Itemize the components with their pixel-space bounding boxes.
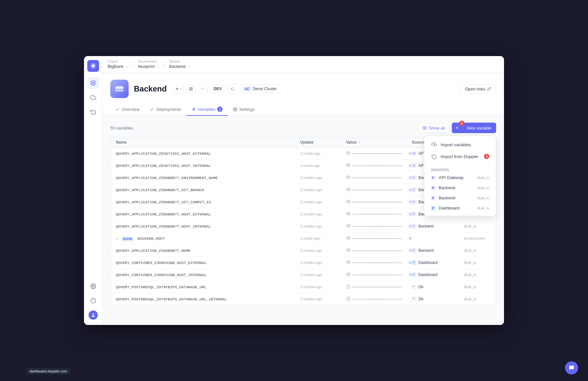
variables-area: 55 variables Show all (102, 116, 504, 312)
copy-icon[interactable]: ⧉ (409, 163, 412, 168)
eye-icon[interactable] (346, 272, 350, 277)
menu-api-gateway[interactable]: API Gateway Built_in (427, 172, 493, 183)
menu-section-label: SERVICES (427, 167, 493, 172)
table-row: QOVERY_APPLICATION_Z5D6B0B77_NAME 2 mont… (111, 245, 496, 257)
svg-rect-30 (433, 187, 434, 188)
sidebar-item-layers[interactable] (87, 77, 99, 89)
copy-icon[interactable]: ⧉ (409, 236, 412, 241)
tab-settings[interactable]: Settings (228, 104, 260, 116)
menu-backend[interactable]: Backend Built_in (427, 183, 493, 193)
backend-dot-2 (431, 196, 435, 200)
play-button[interactable] (175, 84, 184, 93)
svg-rect-35 (432, 207, 433, 208)
table-row: QOVERY_POSTGRESQL_Z976FB2F8_DATABASE_URL… (111, 281, 496, 293)
svg-rect-34 (432, 198, 433, 199)
source-dot (412, 224, 416, 229)
copy-icon[interactable]: ⧉ (409, 188, 412, 192)
tab-deployments[interactable]: Deployments (145, 104, 186, 116)
svg-point-8 (92, 313, 94, 315)
refresh-button[interactable] (228, 84, 237, 93)
alias-badge: ALIAS (121, 237, 134, 241)
eye-icon[interactable] (346, 187, 350, 192)
svg-rect-10 (115, 90, 124, 91)
eye-icon[interactable] (346, 211, 350, 217)
chat-widget[interactable] (565, 361, 578, 374)
eye-icon[interactable] (346, 163, 350, 168)
service-icon (110, 80, 129, 98)
copy-icon[interactable]: ⧉ (409, 175, 412, 180)
svg-rect-52 (413, 250, 414, 251)
source-dot (412, 272, 416, 277)
svg-marker-3 (91, 81, 95, 83)
open-links-button[interactable]: Open links (460, 84, 496, 94)
sidebar-item-settings[interactable] (87, 280, 99, 292)
env-tag-button[interactable]: DEV (210, 85, 225, 93)
grid-button[interactable] (186, 84, 196, 93)
source-dot (412, 175, 416, 180)
import-doppler-item[interactable]: Import from Doppler 3 (427, 150, 493, 162)
show-all-button[interactable]: Show all (418, 123, 449, 133)
copy-icon[interactable]: ⧉ (409, 224, 412, 229)
menu-divider (427, 164, 493, 165)
toolbar-right: Show all 2 New variable (418, 123, 496, 133)
dashboard-dot (431, 206, 435, 211)
table-row: QOVERY_APPLICATION_Z5D6B0B77_HOST_INTERN… (111, 220, 496, 232)
eye-icon[interactable] (346, 199, 350, 205)
sidebar-item-history[interactable] (87, 106, 99, 118)
menu-backend-2[interactable]: Backend Built_in (427, 193, 493, 203)
svg-rect-45 (413, 201, 414, 202)
source-dot (412, 212, 416, 216)
more-actions-button[interactable]: 2 (452, 123, 462, 133)
breadcrumb-service[interactable]: Service Backend (169, 60, 191, 69)
dropdown-menu: Import variables Import from Doppler (424, 136, 496, 216)
eye-icon[interactable] (346, 224, 350, 229)
service-header: Backend ⋯ DEV (102, 73, 504, 116)
eye-icon[interactable] (346, 175, 350, 180)
svg-rect-57 (347, 286, 350, 288)
copy-icon[interactable]: ⧉ (409, 248, 412, 253)
breadcrumb-project[interactable]: Project BigBank (108, 60, 129, 69)
sidebar-item-info[interactable] (87, 295, 99, 307)
eye-icon[interactable] (346, 248, 350, 253)
svg-rect-29 (432, 187, 433, 188)
svg-marker-12 (177, 88, 178, 90)
svg-rect-37 (432, 208, 433, 209)
breadcrumb-environment[interactable]: Environment blueprint (138, 60, 160, 69)
eye-icon[interactable] (346, 151, 350, 156)
menu-dashboard[interactable]: Dashboard Built_in (427, 203, 493, 213)
eye-icon[interactable] (346, 236, 350, 241)
content-area: 55 variables Show all (102, 116, 504, 325)
copy-icon[interactable]: ⧉ (409, 151, 412, 156)
breadcrumb-sep-2: / (164, 62, 165, 68)
sidebar-item-user[interactable] (87, 309, 99, 321)
sidebar-item-cloud[interactable] (87, 91, 99, 103)
svg-rect-49 (413, 225, 414, 226)
copy-icon[interactable]: ⧉ (409, 272, 412, 277)
tab-variables[interactable]: Variables 1 (186, 103, 228, 116)
svg-point-44 (348, 201, 349, 202)
cluster-label: Demo Cluster (253, 87, 277, 91)
cluster-button[interactable]: AC Demo Cluster (240, 85, 281, 93)
svg-rect-14 (191, 88, 193, 89)
tab-overview[interactable]: Overview (110, 104, 145, 116)
svg-point-2 (92, 65, 94, 67)
eye-icon[interactable] (346, 260, 350, 265)
table-row: QOVERY_POSTGRESQL_Z976FB2F8_DATABASE_URL… (111, 293, 496, 305)
svg-rect-58 (413, 286, 414, 287)
svg-rect-15 (190, 89, 191, 90)
more-options-button[interactable]: ⋯ (198, 84, 207, 93)
svg-rect-16 (191, 89, 193, 90)
svg-rect-56 (413, 274, 414, 275)
copy-icon[interactable]: ⧉ (409, 212, 412, 216)
variables-count: 55 variables (110, 126, 133, 130)
svg-point-38 (348, 152, 349, 153)
app-logo[interactable] (87, 60, 99, 72)
new-variable-button[interactable]: New variable (462, 123, 496, 133)
lock-icon (346, 284, 350, 290)
svg-point-53 (348, 262, 349, 263)
copy-icon[interactable]: ⧉ (409, 260, 412, 265)
copy-icon[interactable]: ⧉ (409, 200, 412, 204)
tabs: Overview Deployments Variables 1 (110, 103, 496, 116)
import-variables-item[interactable]: Import variables (427, 139, 493, 150)
table-row: QOVERY_CONTAINER_Z3DB5438B_HOST_EXTERNAL… (111, 257, 496, 269)
